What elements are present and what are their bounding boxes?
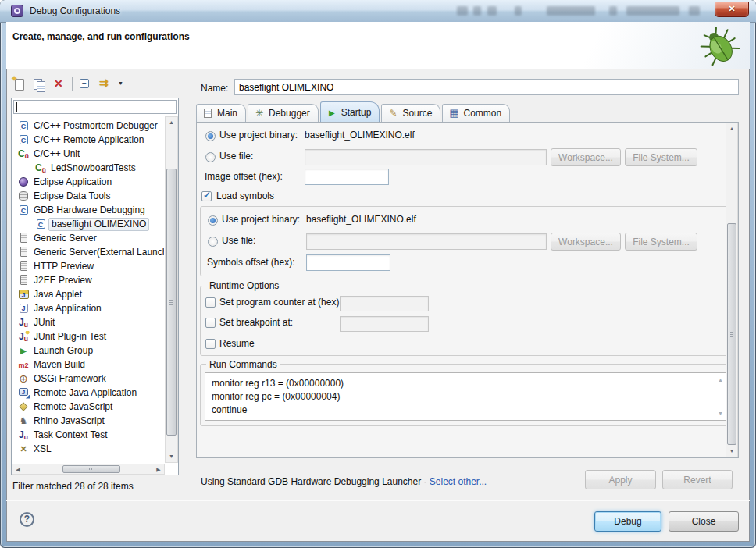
resume-checkbox[interactable] [205,339,216,349]
help-button[interactable]: ? [20,512,34,527]
filter-icon[interactable] [98,77,113,92]
tree-item[interactable]: Java Application [12,301,164,315]
scroll-down-icon[interactable]: ▼ [726,446,737,457]
content-vertical-scrollbar[interactable]: ▲ ▼ [726,123,738,457]
tree-item[interactable]: Generic Server [12,231,164,245]
load-symbols-checkbox[interactable] [201,191,212,201]
tree-item[interactable]: Task Context Test [12,428,164,442]
file-system-button[interactable]: File System... [625,148,697,166]
duplicate-icon[interactable] [31,77,47,92]
use-file-radio[interactable] [205,152,216,162]
symbols-file-system-button[interactable]: File System... [625,233,697,251]
scroll-up-icon[interactable]: ▲ [166,117,177,128]
close-button[interactable]: Close [669,511,739,532]
scroll-down-icon[interactable]: ▼ [718,411,723,416]
tab[interactable]: Common [442,104,510,122]
title-bar[interactable]: Debug Configurations ✕ [0,0,756,23]
tree-horizontal-scrollbar[interactable]: ◀ ▶ [12,464,165,475]
tab[interactable]: Source [381,104,440,122]
tree-item[interactable]: HTTP Preview [12,259,164,273]
scrollbar-thumb[interactable] [166,169,177,436]
tree-item[interactable]: Remote JavaScript [12,400,164,414]
image-file-input[interactable] [305,149,547,165]
tree-item[interactable]: Rhino JavaScript [12,414,164,428]
filter-status: Filter matched 28 of 28 items [12,481,134,492]
c-file-icon [17,205,30,216]
tree-item[interactable]: LedSnowboardTests [12,161,164,175]
symbols-offset-label: Symbols offset (hex): [207,257,295,268]
tree-item[interactable]: Launch Group [12,343,164,358]
name-input[interactable] [234,79,739,95]
server-icon [17,275,30,286]
filter-input[interactable] [13,100,177,114]
collapse-all-icon[interactable] [77,77,93,92]
symbols-use-project-binary-radio[interactable] [208,215,218,226]
breakpoint-input[interactable] [340,316,429,332]
workspace-button[interactable]: Workspace... [551,148,621,166]
tree-item[interactable]: Maven Build [12,358,164,372]
filter-dropdown-icon[interactable] [118,77,126,92]
new-configuration-icon[interactable] [11,77,27,92]
tree-item[interactable]: C/C++ Remote Application [12,133,164,147]
scroll-up-icon[interactable]: ▲ [718,377,723,383]
tree-item[interactable]: Eclipse Application [12,175,164,189]
symbols-workspace-button[interactable]: Workspace... [551,233,621,251]
runtime-options-title: Runtime Options [206,280,282,291]
tree-item[interactable]: C/C++ Unit [12,147,164,161]
background-window-blur [547,6,595,16]
tab[interactable]: Main [196,104,246,122]
tree-item-label: J2EE Preview [34,275,92,286]
tree-item-label: Task Context Test [34,429,108,441]
source-icon [387,108,399,119]
debug-button[interactable]: Debug [594,511,662,532]
tree-item[interactable]: JUnit [12,315,164,329]
tree-item[interactable]: baseflight OLIMEXINO [12,217,164,231]
tree-item[interactable]: OSGi Framework [12,372,164,386]
symbols-file-input[interactable] [306,233,547,250]
scroll-right-icon[interactable]: ▶ [153,464,164,474]
server-icon [17,233,30,244]
set-breakpoint-checkbox[interactable] [205,318,216,328]
tree-item-label: LedSnowboardTests [51,162,136,174]
use-project-binary-radio[interactable] [205,131,216,141]
scroll-down-icon[interactable]: ▼ [166,451,177,462]
background-window-blur [515,6,522,16]
junit-icon [17,317,30,329]
tree-item[interactable]: Generic Server(External Launch) [12,245,164,259]
tree-item[interactable]: GDB Hardware Debugging [12,203,164,217]
scroll-left-icon[interactable]: ◀ [12,464,23,474]
tree-item-label: C/C++ Remote Application [34,134,144,146]
delete-icon[interactable] [52,77,67,92]
tree-item[interactable]: J2EE Preview [12,273,164,287]
set-program-counter-checkbox[interactable] [205,297,216,308]
window-close-button[interactable]: ✕ [715,2,749,17]
tree-item[interactable]: JUnit Plug-in Test [12,329,164,343]
tab[interactable]: Startup [320,101,380,122]
tab[interactable]: Debugger [248,104,319,122]
tree-item[interactable]: Remote Java Application [12,386,164,400]
background-window-blur [609,6,617,16]
program-counter-input[interactable] [340,296,429,311]
tree-item-label: Generic Server [34,233,97,244]
tree-item[interactable]: Eclipse Data Tools [12,189,164,203]
run-commands-input[interactable]: monitor reg r13 = (0x00000000) monitor r… [205,372,728,421]
tree-item[interactable]: C/C++ Postmortem Debugger [12,119,164,133]
tree-item[interactable]: XSL [12,442,164,456]
debugger-bug-icon [253,108,266,119]
name-label: Name: [201,83,228,94]
select-other-link[interactable]: Select other... [430,476,487,487]
tree-item[interactable]: Java Applet [12,287,164,301]
tab-label: Startup [341,107,372,118]
symbols-use-file-radio[interactable] [208,237,218,247]
image-offset-input[interactable] [305,169,389,185]
scroll-up-icon[interactable]: ▲ [726,123,737,134]
apply-button[interactable]: Apply [585,470,656,489]
tree-item-label: HTTP Preview [34,261,94,272]
symbols-offset-input[interactable] [306,254,390,271]
java-application-icon [17,303,30,315]
tree-vertical-scrollbar[interactable]: ▲ ▼ [165,116,178,463]
c-file-icon [17,120,30,132]
scrollbar-thumb[interactable] [62,465,120,473]
scrollbar-thumb[interactable] [727,223,736,445]
revert-button[interactable]: Revert [662,470,733,489]
